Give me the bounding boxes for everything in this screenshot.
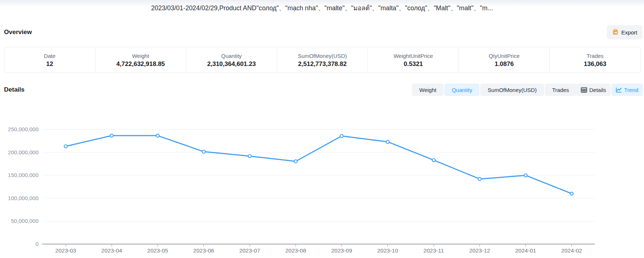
stat-trades: Trades 136,063 bbox=[549, 47, 640, 73]
stat-value: 0.5321 bbox=[404, 61, 423, 67]
details-heading: Details bbox=[4, 86, 25, 93]
trade-analytics-page: 2023/03/01-2024/02/29,Product AND"солод"… bbox=[0, 0, 644, 258]
y-axis-label: 200,000,000 bbox=[8, 149, 39, 155]
metric-tab-group: Weight Quantity SumOfMoney(USD) Trades bbox=[412, 84, 576, 96]
tab-details-view-label: Details bbox=[589, 87, 606, 93]
stat-value: 136,063 bbox=[584, 61, 606, 67]
chart-point bbox=[386, 140, 389, 143]
stat-value: 1.0876 bbox=[495, 61, 514, 67]
x-axis-label: 2023-05 bbox=[147, 247, 168, 254]
chart-line bbox=[66, 136, 572, 194]
stat-date: Date 12 bbox=[4, 47, 95, 73]
y-axis-label: 250,000,000 bbox=[8, 126, 39, 132]
tab-trend-view[interactable]: Trend bbox=[611, 84, 643, 96]
tab-trades[interactable]: Trades bbox=[545, 84, 576, 96]
stat-value: 12 bbox=[46, 61, 53, 67]
stat-value: 2,512,773,378.82 bbox=[298, 61, 347, 67]
chart-point bbox=[570, 192, 573, 195]
stat-qty-unit-price: QtyUnitPrice 1.0876 bbox=[459, 47, 550, 73]
trend-line-chart: 050,000,000100,000,000150,000,000200,000… bbox=[0, 106, 644, 258]
tab-sum-of-money[interactable]: SumOfMoney(USD) bbox=[480, 84, 544, 96]
stat-label: Date bbox=[44, 53, 55, 59]
overview-stat-card: Date 12 Weight 4,722,632,918.85 Quantity… bbox=[4, 47, 641, 73]
x-axis-label: 2023-10 bbox=[377, 247, 398, 254]
table-icon bbox=[581, 87, 587, 93]
chart-point bbox=[478, 177, 481, 180]
stat-quantity: Quantity 2,310,364,601.23 bbox=[186, 47, 277, 73]
export-button[interactable]: Export bbox=[607, 25, 643, 39]
chart-point bbox=[156, 134, 159, 137]
view-tab-group: Details Trend bbox=[576, 84, 643, 96]
x-axis-label: 2023-07 bbox=[239, 247, 260, 254]
stat-label: QtyUnitPrice bbox=[489, 53, 520, 59]
x-axis-label: 2023-03 bbox=[55, 247, 76, 254]
stat-weight-unit-price: WeightUnitPrice 0.5321 bbox=[368, 47, 459, 73]
stat-weight: Weight 4,722,632,918.85 bbox=[95, 47, 186, 73]
stat-label: SumOfMoney(USD) bbox=[298, 53, 347, 59]
y-axis-label: 0 bbox=[36, 241, 39, 247]
overview-heading: Overview bbox=[4, 29, 32, 36]
chart-point bbox=[340, 134, 343, 137]
x-axis-label: 2024-02 bbox=[561, 247, 582, 254]
trend-chart-icon bbox=[616, 87, 622, 93]
stat-label: Trades bbox=[587, 53, 604, 59]
x-axis-label: 2023-12 bbox=[469, 247, 490, 254]
y-axis-label: 150,000,000 bbox=[8, 172, 39, 178]
y-axis-label: 50,000,000 bbox=[11, 218, 39, 224]
top-title-bar: 2023/03/01-2024/02/29,Product AND"солод"… bbox=[0, 0, 644, 16]
x-axis-label: 2023-09 bbox=[331, 247, 352, 254]
stat-label: WeightUnitPrice bbox=[394, 53, 433, 59]
tab-trend-view-label: Trend bbox=[624, 87, 638, 93]
chart-point bbox=[432, 159, 435, 162]
chart-point bbox=[248, 155, 251, 158]
x-axis-label: 2023-11 bbox=[423, 247, 444, 254]
x-axis-label: 2023-04 bbox=[101, 247, 122, 254]
chart-point bbox=[294, 160, 297, 163]
query-title: 2023/03/01-2024/02/29,Product AND"солод"… bbox=[0, 0, 644, 16]
stat-value: 2,310,364,601.23 bbox=[207, 61, 256, 67]
tab-details-view[interactable]: Details bbox=[576, 84, 611, 96]
chart-point bbox=[202, 150, 205, 153]
tab-weight[interactable]: Weight bbox=[412, 84, 444, 96]
stat-sum-of-money: SumOfMoney(USD) 2,512,773,378.82 bbox=[277, 47, 368, 73]
chart-point bbox=[64, 145, 67, 148]
export-file-icon bbox=[612, 29, 619, 36]
stat-label: Quantity bbox=[221, 53, 242, 59]
chart-point bbox=[524, 174, 527, 177]
y-axis-label: 100,000,000 bbox=[8, 195, 39, 201]
chart-point bbox=[110, 134, 113, 137]
stat-value: 4,722,632,918.85 bbox=[116, 61, 165, 67]
x-axis-label: 2023-08 bbox=[285, 247, 306, 254]
x-axis-label: 2024-01 bbox=[515, 247, 536, 254]
stat-label: Weight bbox=[132, 53, 149, 59]
export-button-label: Export bbox=[621, 29, 637, 36]
tab-quantity[interactable]: Quantity bbox=[444, 84, 480, 96]
x-axis-label: 2023-06 bbox=[193, 247, 214, 254]
